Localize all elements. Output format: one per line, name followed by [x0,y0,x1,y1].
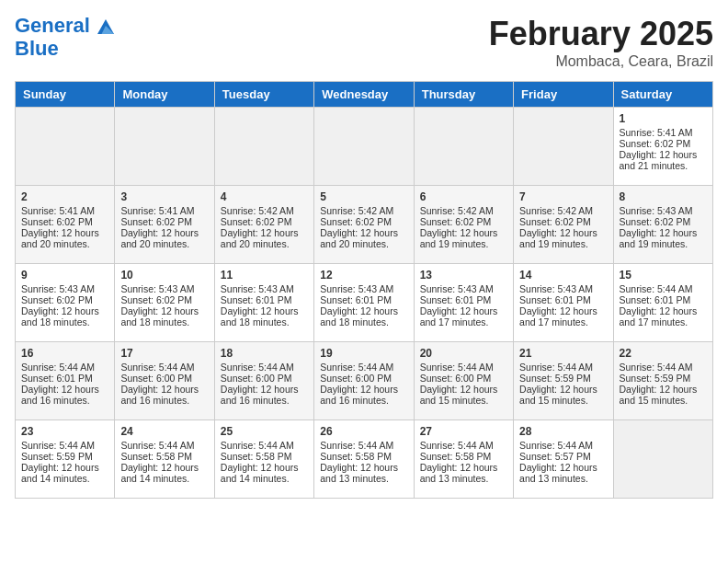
day-number: 19 [320,347,407,360]
day-info-line: Sunrise: 5:42 AM [320,205,407,216]
day-cell [214,108,313,186]
day-info-line: and 20 minutes. [320,238,407,249]
day-cell: 2Sunrise: 5:41 AMSunset: 6:02 PMDaylight… [16,186,115,264]
day-cell: 8Sunrise: 5:43 AMSunset: 6:02 PMDaylight… [613,186,712,264]
day-info-line: and 15 minutes. [420,395,507,406]
day-info-line: Sunset: 6:01 PM [221,294,308,305]
day-info-line: Sunset: 6:00 PM [420,373,507,384]
day-info-line: and 16 minutes. [320,395,407,406]
day-cell: 22Sunrise: 5:44 AMSunset: 5:59 PMDayligh… [613,342,712,420]
day-cell: 7Sunrise: 5:42 AMSunset: 6:02 PMDaylight… [514,186,613,264]
day-info-line: Daylight: 12 hours [620,305,707,316]
day-info-line: and 16 minutes. [221,395,308,406]
day-info-line: Daylight: 12 hours [519,462,607,473]
day-info-line: Daylight: 12 hours [320,384,407,395]
day-number: 2 [21,190,108,203]
day-info-line: Sunrise: 5:43 AM [519,283,607,294]
day-number: 26 [320,425,407,438]
day-info-line: and 16 minutes. [120,395,208,406]
week-row-2: 2Sunrise: 5:41 AMSunset: 6:02 PMDaylight… [16,186,713,264]
day-info-line: Daylight: 12 hours [519,227,607,238]
day-info-line: Sunset: 6:01 PM [21,373,108,384]
day-info-line: Sunrise: 5:44 AM [21,362,108,373]
title-block: February 2025 Mombaca, Ceara, Brazil [489,15,713,70]
day-number: 10 [120,269,208,282]
day-info-line: Sunrise: 5:44 AM [420,440,507,451]
day-header-wednesday: Wednesday [314,82,414,108]
day-info-line: and 17 minutes. [519,316,607,327]
day-cell [314,108,414,186]
day-info-line: Sunset: 6:01 PM [519,294,607,305]
day-number: 6 [420,190,507,203]
week-row-3: 9Sunrise: 5:43 AMSunset: 6:02 PMDaylight… [16,264,713,342]
day-info-line: Sunset: 6:00 PM [120,373,208,384]
day-info-line: Sunset: 6:02 PM [221,216,308,227]
day-info-line: Sunset: 5:59 PM [620,373,707,384]
day-info-line: and 14 minutes. [21,473,108,484]
day-number: 20 [420,347,507,360]
day-number: 7 [519,190,607,203]
calendar-subtitle: Mombaca, Ceara, Brazil [489,53,713,70]
day-cell: 27Sunrise: 5:44 AMSunset: 5:58 PMDayligh… [414,420,513,499]
day-header-saturday: Saturday [613,82,712,108]
day-number: 12 [320,269,407,282]
day-cell: 21Sunrise: 5:44 AMSunset: 5:59 PMDayligh… [514,342,613,420]
day-info-line: and 14 minutes. [120,473,208,484]
day-info-line: Sunrise: 5:43 AM [120,283,208,294]
day-info-line: Sunrise: 5:41 AM [620,127,707,138]
day-info-line: and 13 minutes. [519,473,607,484]
week-row-5: 23Sunrise: 5:44 AMSunset: 5:59 PMDayligh… [16,420,713,499]
day-header-monday: Monday [115,82,214,108]
day-cell: 23Sunrise: 5:44 AMSunset: 5:59 PMDayligh… [16,420,115,499]
day-info-line: Sunrise: 5:44 AM [221,440,308,451]
day-info-line: Sunrise: 5:43 AM [320,283,407,294]
day-info-line: Sunrise: 5:44 AM [519,362,607,373]
day-info-line: Sunset: 6:02 PM [620,216,707,227]
day-cell [115,108,214,186]
day-info-line: Daylight: 12 hours [519,305,607,316]
day-info-line: and 19 minutes. [420,238,507,249]
logo-blue: Blue [15,37,114,61]
day-info-line: Sunset: 6:02 PM [21,294,108,305]
week-row-4: 16Sunrise: 5:44 AMSunset: 6:01 PMDayligh… [16,342,713,420]
day-info-line: Daylight: 12 hours [221,227,308,238]
day-cell [613,420,712,499]
day-number: 8 [620,190,707,203]
day-info-line: and 19 minutes. [620,238,707,249]
day-info-line: Sunset: 6:01 PM [320,294,407,305]
day-number: 3 [120,190,208,203]
calendar-table: SundayMondayTuesdayWednesdayThursdayFrid… [15,81,713,499]
day-info-line: Sunrise: 5:44 AM [320,440,407,451]
day-info-line: Sunset: 5:57 PM [519,451,607,462]
day-cell: 5Sunrise: 5:42 AMSunset: 6:02 PMDaylight… [314,186,414,264]
day-info-line: and 20 minutes. [21,238,108,249]
day-info-line: Daylight: 12 hours [21,305,108,316]
day-cell: 12Sunrise: 5:43 AMSunset: 6:01 PMDayligh… [314,264,414,342]
day-info-line: and 18 minutes. [21,316,108,327]
day-info-line: Sunset: 6:00 PM [221,373,308,384]
day-info-line: Sunrise: 5:43 AM [420,283,507,294]
day-cell: 20Sunrise: 5:44 AMSunset: 6:00 PMDayligh… [414,342,513,420]
day-info-line: Daylight: 12 hours [120,462,208,473]
day-cell: 3Sunrise: 5:41 AMSunset: 6:02 PMDaylight… [115,186,214,264]
day-info-line: Sunset: 6:00 PM [320,373,407,384]
day-info-line: Sunrise: 5:43 AM [221,283,308,294]
day-info-line: Sunset: 5:58 PM [120,451,208,462]
day-number: 1 [620,112,707,125]
day-info-line: and 20 minutes. [221,238,308,249]
day-cell [414,108,513,186]
day-header-thursday: Thursday [414,82,513,108]
day-info-line: Sunset: 6:02 PM [620,138,707,149]
day-info-line: and 17 minutes. [620,316,707,327]
day-number: 14 [519,269,607,282]
day-info-line: Sunrise: 5:42 AM [221,205,308,216]
day-info-line: and 21 minutes. [620,160,707,171]
day-number: 18 [221,347,308,360]
day-cell: 14Sunrise: 5:43 AMSunset: 6:01 PMDayligh… [514,264,613,342]
day-info-line: Sunrise: 5:41 AM [120,205,208,216]
day-info-line: and 18 minutes. [120,316,208,327]
day-info-line: Daylight: 12 hours [221,462,308,473]
day-info-line: Daylight: 12 hours [120,227,208,238]
day-info-line: and 14 minutes. [221,473,308,484]
day-header-friday: Friday [514,82,613,108]
